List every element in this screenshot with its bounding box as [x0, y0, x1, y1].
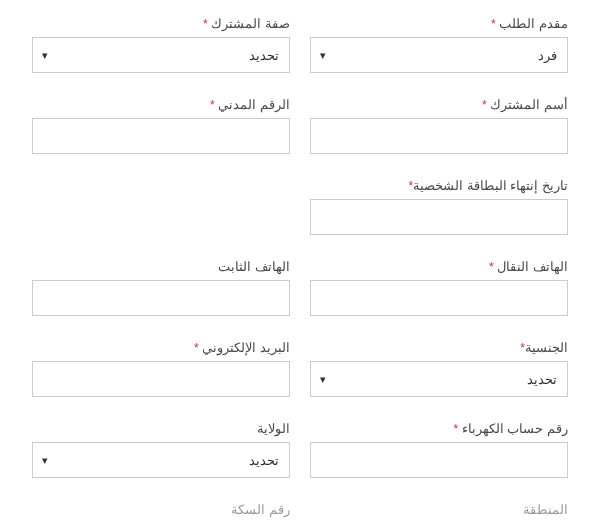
field-subscriber-capacity: صفة المشترك * تحديد ▾	[32, 16, 290, 73]
required-mark: *	[491, 17, 496, 31]
field-mobile: الهاتف النقال *	[310, 259, 568, 316]
required-mark: *	[194, 341, 199, 355]
label-wilayat: الولاية	[32, 421, 290, 436]
input-electricity-account[interactable]	[310, 442, 568, 478]
row-phones: الهاتف النقال * الهاتف الثابت	[32, 259, 568, 316]
field-landline: الهاتف الثابت	[32, 259, 290, 316]
field-area: المنطقة	[310, 502, 568, 517]
label-mobile: الهاتف النقال *	[310, 259, 568, 274]
label-nationality: الجنسية*	[310, 340, 568, 355]
label-subscriber-capacity: صفة المشترك *	[32, 16, 290, 31]
row-applicant: مقدم الطلب * فرد ▾ صفة المشترك * تحديد ▾	[32, 16, 568, 73]
field-civil-number: الرقم المدني *	[32, 97, 290, 154]
input-civil-number[interactable]	[32, 118, 290, 154]
input-subscriber-name[interactable]	[310, 118, 568, 154]
field-nationality: الجنسية* تحديد ▾	[310, 340, 568, 397]
required-mark: *	[482, 98, 487, 112]
label-landline: الهاتف الثابت	[32, 259, 290, 274]
field-wilayat: الولاية تحديد ▾	[32, 421, 290, 478]
row-id-expiry: تاريخ إنتهاء البطاقة الشخصية*	[32, 178, 568, 235]
field-electricity-account: رقم حساب الكهرباء *	[310, 421, 568, 478]
label-electricity-account: رقم حساب الكهرباء *	[310, 421, 568, 436]
row-name-civil: أسم المشترك * الرقم المدني *	[32, 97, 568, 154]
label-id-expiry: تاريخ إنتهاء البطاقة الشخصية*	[310, 178, 568, 193]
field-email: البريد الإلكتروني *	[32, 340, 290, 397]
select-subscriber-capacity[interactable]: تحديد	[32, 37, 290, 73]
input-mobile[interactable]	[310, 280, 568, 316]
field-applicant-type: مقدم الطلب * فرد ▾	[310, 16, 568, 73]
subscriber-form: مقدم الطلب * فرد ▾ صفة المشترك * تحديد ▾	[32, 16, 568, 517]
required-mark: *	[489, 260, 494, 274]
required-mark: *	[203, 17, 208, 31]
required-mark: *	[453, 422, 458, 436]
field-block-number: رقم السكة	[32, 502, 290, 517]
select-applicant-type[interactable]: فرد	[310, 37, 568, 73]
input-email[interactable]	[32, 361, 290, 397]
select-nationality[interactable]: تحديد	[310, 361, 568, 397]
field-subscriber-name: أسم المشترك *	[310, 97, 568, 154]
label-subscriber-name: أسم المشترك *	[310, 97, 568, 112]
row-nat-email: الجنسية* تحديد ▾ البريد الإلكتروني *	[32, 340, 568, 397]
input-id-expiry[interactable]	[310, 199, 568, 235]
label-email: البريد الإلكتروني *	[32, 340, 290, 355]
row-area-block: المنطقة رقم السكة	[32, 502, 568, 517]
row-elec-wilayat: رقم حساب الكهرباء * الولاية تحديد ▾	[32, 421, 568, 478]
label-block-number: رقم السكة	[231, 502, 290, 517]
label-area: المنطقة	[523, 502, 568, 517]
select-wilayat[interactable]: تحديد	[32, 442, 290, 478]
label-applicant-type: مقدم الطلب *	[310, 16, 568, 31]
field-id-expiry: تاريخ إنتهاء البطاقة الشخصية*	[310, 178, 568, 235]
input-landline[interactable]	[32, 280, 290, 316]
label-civil-number: الرقم المدني *	[32, 97, 290, 112]
required-mark: *	[210, 98, 215, 112]
